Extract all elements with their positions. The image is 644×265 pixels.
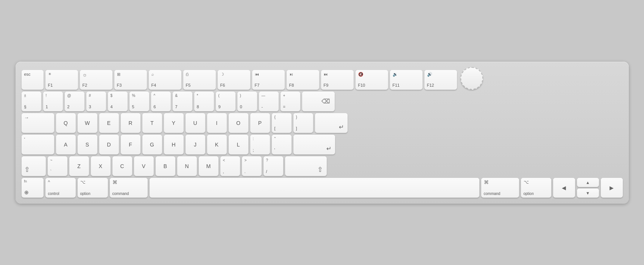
key-n[interactable]: N xyxy=(177,156,197,176)
key-f12[interactable]: 🔊 F12 xyxy=(424,70,457,90)
key-enter[interactable]: ↵ xyxy=(293,135,335,154)
key-left-command[interactable]: ⌘ command xyxy=(110,178,148,198)
key-2[interactable]: @ 2 xyxy=(65,92,84,111)
key-backspace[interactable]: ⌫ xyxy=(302,92,335,111)
key-arrow-down[interactable]: ▼ xyxy=(577,189,599,198)
key-f7[interactable]: ⏮ F7 xyxy=(252,70,285,90)
key-semicolon[interactable]: : ; xyxy=(250,135,270,154)
key-left-bracket[interactable]: { [ xyxy=(272,113,292,133)
arrow-down-icon: ▼ xyxy=(586,191,590,195)
return-icon: ↵ xyxy=(339,123,344,131)
key-right-command[interactable]: ⌘ command xyxy=(481,178,519,198)
key-1[interactable]: ! 1 xyxy=(43,92,63,111)
arrow-right-icon: ▶ xyxy=(610,185,614,191)
key-a[interactable]: A xyxy=(56,135,76,154)
key-f9[interactable]: ⏭ F9 xyxy=(321,70,354,90)
key-8[interactable]: * 8 xyxy=(194,92,214,111)
key-3[interactable]: # 3 xyxy=(86,92,106,111)
key-caps-lock[interactable]: • xyxy=(22,135,54,154)
key-control[interactable]: ^ control xyxy=(45,178,76,198)
key-fn[interactable]: fn ⊕ xyxy=(22,178,44,198)
key-5[interactable]: % 5 xyxy=(129,92,149,111)
key-p[interactable]: P xyxy=(250,113,270,133)
key-backslash[interactable]: ↵ xyxy=(315,113,348,133)
key-0[interactable]: ) 0 xyxy=(237,92,257,111)
key-section[interactable]: ± § xyxy=(22,92,41,111)
key-right-option[interactable]: ⌥ option xyxy=(521,178,551,198)
key-equals[interactable]: + = xyxy=(281,92,300,111)
number-row: ± § ! 1 @ 2 # 3 $ 4 % 5 ^ 6 & 7 xyxy=(22,92,623,111)
shift-icon: ⇧ xyxy=(24,165,30,174)
arrow-left-icon: ◀ xyxy=(562,185,566,191)
key-r[interactable]: R xyxy=(121,113,140,133)
key-period[interactable]: > . xyxy=(242,156,262,176)
key-c[interactable]: C xyxy=(112,156,132,176)
key-f8[interactable]: ⏯ F8 xyxy=(287,70,319,90)
touch-id-dial[interactable] xyxy=(460,67,483,90)
key-y[interactable]: Y xyxy=(164,113,184,133)
key-f5[interactable]: ⎙ F5 xyxy=(183,70,216,90)
key-f3[interactable]: ⊞ F3 xyxy=(114,70,147,90)
key-quote[interactable]: " ' xyxy=(272,135,292,154)
key-g[interactable]: G xyxy=(142,135,162,154)
key-esc[interactable]: esc xyxy=(22,70,44,90)
arrow-key-group: ◀ ▲ ▼ ▶ xyxy=(553,178,623,198)
arrow-up-icon: ▲ xyxy=(586,180,590,185)
key-l[interactable]: L xyxy=(229,135,248,154)
enter-icon: ↵ xyxy=(326,145,331,152)
home-row: • A S D F G H J K L : ; xyxy=(22,135,623,154)
key-w[interactable]: W xyxy=(78,113,97,133)
key-right-shift[interactable]: ⇧ xyxy=(285,156,327,176)
key-7[interactable]: & 7 xyxy=(173,92,192,111)
key-m[interactable]: M xyxy=(199,156,218,176)
key-slash[interactable]: ? / xyxy=(264,156,283,176)
up-down-arrows: ▲ ▼ xyxy=(577,178,599,198)
key-f4[interactable]: ⌕ F4 xyxy=(149,70,181,90)
key-f2[interactable]: ☼ F2 xyxy=(80,70,112,90)
key-6[interactable]: ^ 6 xyxy=(151,92,171,111)
key-tab[interactable]: → xyxy=(22,113,54,133)
key-b[interactable]: B xyxy=(156,156,175,176)
key-t[interactable]: T xyxy=(142,113,162,133)
key-i[interactable]: I xyxy=(207,113,227,133)
key-left-option[interactable]: ⌥ option xyxy=(78,178,108,198)
key-left-shift[interactable]: ⇧ xyxy=(22,156,46,176)
key-h[interactable]: H xyxy=(164,135,184,154)
rshift-icon: ⇧ xyxy=(317,165,323,174)
key-f6[interactable]: ☽ F6 xyxy=(218,70,250,90)
key-k[interactable]: K xyxy=(207,135,227,154)
key-tilde[interactable]: ~ ` xyxy=(48,156,67,176)
qwerty-row: → Q W E R T Y U I O P { xyxy=(22,113,623,133)
backspace-icon: ⌫ xyxy=(321,98,330,105)
key-e[interactable]: E xyxy=(99,113,119,133)
key-s[interactable]: S xyxy=(78,135,97,154)
key-o[interactable]: O xyxy=(229,113,248,133)
key-arrow-up[interactable]: ▲ xyxy=(577,178,599,187)
key-f10[interactable]: 🔇 F10 xyxy=(356,70,388,90)
shift-row: ⇧ ~ ` Z X C V B N M < , > xyxy=(22,156,623,176)
key-arrow-right[interactable]: ▶ xyxy=(601,178,623,198)
key-f11[interactable]: 🔉 F11 xyxy=(390,70,423,90)
key-arrow-left[interactable]: ◀ xyxy=(553,178,575,198)
key-x[interactable]: X xyxy=(91,156,111,176)
keyboard: esc ☀ F1 ☼ F2 ⊞ F3 ⌕ F4 ⎙ F5 ☽ F6 ⏮ F7 xyxy=(16,62,629,204)
key-comma[interactable]: < , xyxy=(220,156,240,176)
key-space[interactable] xyxy=(150,178,479,198)
key-j[interactable]: J xyxy=(186,135,205,154)
key-9[interactable]: ( 9 xyxy=(216,92,235,111)
key-v[interactable]: V xyxy=(134,156,154,176)
bottom-row: fn ⊕ ^ control ⌥ option ⌘ command ⌘ comm… xyxy=(22,178,623,198)
key-minus[interactable]: — - xyxy=(259,92,279,111)
key-right-bracket[interactable]: } ] xyxy=(293,113,313,133)
key-f1[interactable]: ☀ F1 xyxy=(45,70,78,90)
key-q[interactable]: Q xyxy=(56,113,76,133)
key-4[interactable]: $ 4 xyxy=(108,92,128,111)
key-z[interactable]: Z xyxy=(69,156,89,176)
function-row: esc ☀ F1 ☼ F2 ⊞ F3 ⌕ F4 ⎙ F5 ☽ F6 ⏮ F7 xyxy=(22,67,623,90)
key-f[interactable]: F xyxy=(121,135,140,154)
key-u[interactable]: U xyxy=(186,113,205,133)
key-d[interactable]: D xyxy=(99,135,119,154)
